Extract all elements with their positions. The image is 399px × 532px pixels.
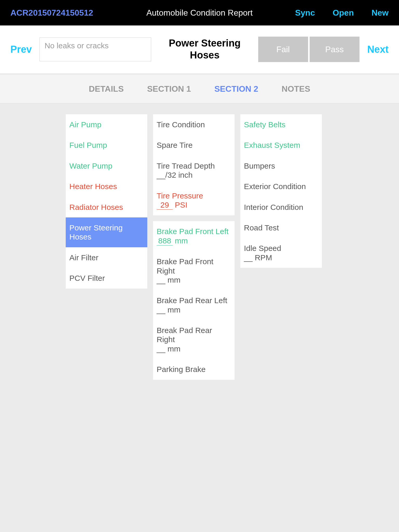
item-pcv-filter[interactable]: PCV Filter (66, 268, 147, 288)
idle-speed-value: __ RPM (244, 253, 318, 262)
item-fuel-pump[interactable]: Fuel Pump (66, 135, 147, 155)
column-2b: Brake Pad Front Left 888 mm Brake Pad Fr… (153, 221, 235, 380)
item-parking-brake[interactable]: Parking Brake (153, 359, 235, 380)
pass-button[interactable]: Pass (310, 37, 360, 62)
tab-section2[interactable]: SECTION 2 (214, 84, 258, 94)
bp-rr-value: __ mm (157, 344, 231, 353)
item-exhaust-system[interactable]: Exhaust System (240, 135, 322, 155)
new-button[interactable]: New (371, 8, 389, 18)
column-3: Safety Belts Exhaust System Bumpers Exte… (240, 114, 322, 268)
top-actions: Sync Open New (295, 8, 389, 18)
item-interior-condition[interactable]: Interior Condition (240, 197, 322, 217)
content: Air Pump Fuel Pump Water Pump Heater Hos… (0, 103, 399, 380)
pass-fail-group: Fail Pass (258, 37, 360, 62)
item-radiator-hoses[interactable]: Radiator Hoses (66, 197, 147, 217)
idle-speed-label: Idle Speed (244, 244, 318, 253)
tab-notes[interactable]: NOTES (282, 84, 310, 94)
item-air-pump[interactable]: Air Pump (66, 114, 147, 135)
tabs: DETAILS SECTION 1 SECTION 2 NOTES (0, 75, 399, 103)
item-air-filter[interactable]: Air Filter (66, 247, 147, 268)
item-brake-pad-rear-left[interactable]: Brake Pad Rear Left __ mm (153, 290, 235, 320)
column-2a: Tire Condition Spare Tire Tire Tread Dep… (153, 114, 235, 215)
sync-button[interactable]: Sync (295, 8, 315, 18)
item-power-steering-hoses[interactable]: Power Steering Hoses (66, 217, 147, 247)
tire-pressure-value: 29 (157, 200, 173, 210)
column-1: Air Pump Fuel Pump Water Pump Heater Hos… (66, 114, 147, 289)
item-bumpers[interactable]: Bumpers (240, 156, 322, 176)
tab-section1[interactable]: SECTION 1 (147, 84, 191, 94)
item-spare-tire[interactable]: Spare Tire (153, 135, 235, 155)
bp-rl-label: Brake Pad Rear Left (157, 296, 231, 305)
prev-button[interactable]: Prev (10, 44, 32, 55)
item-water-pump[interactable]: Water Pump (66, 156, 147, 176)
tire-tread-value: __/32 inch (157, 170, 231, 179)
tire-pressure-label: Tire Pressure (157, 191, 231, 200)
item-brake-pad-front-right[interactable]: Brake Pad Front Right __ mm (153, 251, 235, 290)
item-brake-pad-rear-right[interactable]: Break Pad Rear Right __ mm (153, 320, 235, 359)
tab-details[interactable]: DETAILS (89, 84, 124, 94)
bp-fr-label: Brake Pad Front Right (157, 257, 231, 275)
item-safety-belts[interactable]: Safety Belts (240, 114, 322, 135)
next-button[interactable]: Next (367, 44, 389, 55)
bp-fl-unit: mm (175, 236, 188, 245)
bp-rr-label: Break Pad Rear Right (157, 326, 231, 344)
bp-rl-value: __ mm (157, 305, 231, 314)
column-2: Tire Condition Spare Tire Tire Tread Dep… (153, 114, 235, 380)
fail-button[interactable]: Fail (258, 37, 308, 62)
bp-fl-label: Brake Pad Front Left (157, 227, 231, 236)
current-item-title: Power Steering Hoses (156, 37, 253, 61)
item-idle-speed[interactable]: Idle Speed __ RPM (240, 238, 322, 268)
app-title: Automobile Condition Report (146, 8, 252, 18)
note-input[interactable] (39, 37, 151, 61)
bp-fl-value: 888 (157, 236, 173, 245)
report-id: ACR20150724150512 (10, 8, 93, 18)
toolbar: Prev Power Steering Hoses Fail Pass Next (0, 25, 399, 75)
item-road-test[interactable]: Road Test (240, 217, 322, 238)
item-tire-pressure[interactable]: Tire Pressure 29 PSI (153, 185, 235, 216)
item-exterior-condition[interactable]: Exterior Condition (240, 176, 322, 197)
top-bar: ACR20150724150512 Automobile Condition R… (0, 0, 399, 25)
bp-fr-value: __ mm (157, 275, 231, 284)
open-button[interactable]: Open (332, 8, 354, 18)
item-brake-pad-front-left[interactable]: Brake Pad Front Left 888 mm (153, 221, 235, 251)
item-heater-hoses[interactable]: Heater Hoses (66, 176, 147, 197)
item-tire-tread-depth[interactable]: Tire Tread Depth __/32 inch (153, 156, 235, 185)
tire-pressure-unit: PSI (175, 200, 187, 209)
tire-tread-label: Tire Tread Depth (157, 161, 231, 170)
item-tire-condition[interactable]: Tire Condition (153, 114, 235, 135)
